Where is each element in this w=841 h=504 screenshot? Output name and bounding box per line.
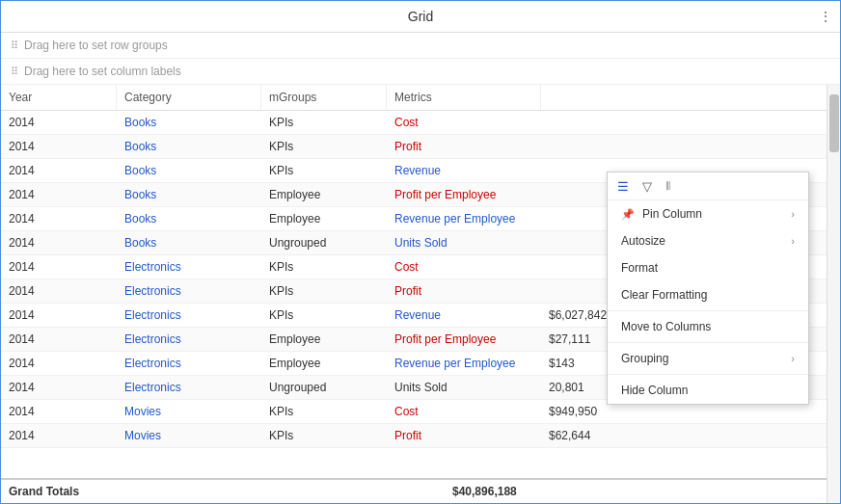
cell-category: Books: [117, 183, 261, 206]
drag-row-groups-label: Drag here to set row groups: [24, 39, 168, 52]
cell-year: 2014: [1, 231, 117, 254]
cell-mgroups: KPIs: [261, 111, 387, 134]
cell-year: 2014: [1, 135, 117, 158]
menu-clear-formatting[interactable]: Clear Formatting: [608, 281, 808, 308]
drag-row-icon: ⠿: [11, 40, 18, 52]
cell-year: 2014: [1, 400, 117, 423]
cell-category: Electronics: [117, 255, 261, 279]
menu-format[interactable]: Format: [608, 254, 808, 281]
grid-wrapper: Year Category mGroups Metrics 2014 Books…: [1, 85, 840, 503]
cell-year: 2014: [1, 207, 117, 230]
menu-pin-column-label: Pin Column: [642, 207, 702, 221]
grand-totals-label: Grand Totals: [9, 485, 452, 498]
drag-col-icon: ⠿: [11, 66, 18, 78]
cell-mgroups: KPIs: [261, 304, 387, 327]
app-container: Grid ⋮ ⠿ Drag here to set row groups ⠿ D…: [0, 0, 841, 504]
header-value: [541, 85, 840, 110]
scrollbar[interactable]: [827, 85, 840, 503]
menu-columns-icon[interactable]: ⦀: [665, 178, 670, 194]
menu-move-to-columns-label: Move to Columns: [621, 320, 711, 333]
cell-metrics: Revenue per Employee: [387, 207, 541, 230]
menu-grouping[interactable]: Grouping ›: [608, 345, 808, 372]
cell-category: Movies: [117, 400, 261, 423]
grouping-chevron: ›: [791, 353, 795, 364]
table-row: 2014 Books KPIs Cost: [1, 111, 840, 135]
cell-mgroups: Ungrouped: [261, 231, 387, 254]
pin-column-chevron: ›: [791, 208, 795, 220]
cell-year: 2014: [1, 111, 117, 134]
cell-year: 2014: [1, 255, 117, 279]
separator-3: [608, 374, 808, 375]
cell-metrics: Profit: [387, 279, 541, 303]
cell-category: Books: [117, 207, 261, 230]
cell-category: Books: [117, 231, 261, 254]
menu-pin-column[interactable]: 📌 Pin Column ›: [608, 200, 808, 227]
cell-metrics: Profit per Employee: [387, 183, 541, 206]
separator-1: [608, 310, 808, 311]
cell-metrics: Profit per Employee: [387, 328, 541, 351]
cell-year: 2014: [1, 183, 117, 206]
grand-totals-value: $40,896,188: [452, 485, 832, 498]
cell-year: 2014: [1, 424, 117, 447]
cell-category: Books: [117, 159, 261, 182]
cell-mgroups: KPIs: [261, 424, 387, 447]
drag-row-groups-bar[interactable]: ⠿ Drag here to set row groups: [1, 33, 840, 59]
header-year[interactable]: Year: [1, 85, 117, 110]
header-metrics[interactable]: Metrics: [387, 85, 541, 110]
cell-mgroups: Employee: [261, 207, 387, 230]
cell-mgroups: KPIs: [261, 279, 387, 303]
context-menu-toolbar: ☰ ▽ ⦀: [608, 172, 808, 200]
cell-mgroups: KPIs: [261, 255, 387, 279]
menu-autosize-label: Autosize: [621, 234, 665, 248]
context-menu: ☰ ▽ ⦀ 📌 Pin Column › Autosize › Forma: [607, 172, 809, 405]
menu-icon[interactable]: ⋮: [819, 9, 832, 24]
cell-mgroups: Employee: [261, 328, 387, 351]
cell-year: 2014: [1, 304, 117, 327]
table-row: 2014 Movies KPIs Profit $62,644: [1, 424, 840, 448]
cell-value: [541, 111, 840, 134]
cell-metrics: Cost: [387, 111, 541, 134]
cell-category: Electronics: [117, 328, 261, 351]
cell-metrics: Units Sold: [387, 376, 541, 399]
table-row: 2014 Books KPIs Profit: [1, 135, 840, 159]
cell-mgroups: KPIs: [261, 400, 387, 423]
drag-col-labels-label: Drag here to set column labels: [24, 65, 181, 78]
scrollbar-thumb[interactable]: [829, 94, 839, 152]
cell-year: 2014: [1, 279, 117, 303]
cell-value: [541, 135, 840, 158]
cell-metrics: Profit: [387, 424, 541, 447]
menu-grouping-label: Grouping: [621, 352, 668, 365]
cell-metrics: Cost: [387, 400, 541, 423]
menu-autosize[interactable]: Autosize ›: [608, 227, 808, 254]
cell-value: $62,644: [541, 424, 840, 447]
separator-2: [608, 342, 808, 343]
menu-hide-column[interactable]: Hide Column: [608, 377, 808, 404]
cell-metrics: Revenue per Employee: [387, 352, 541, 375]
menu-move-to-columns[interactable]: Move to Columns: [608, 313, 808, 340]
menu-funnel-icon[interactable]: ▽: [642, 179, 652, 194]
cell-metrics: Units Sold: [387, 231, 541, 254]
menu-hide-column-label: Hide Column: [621, 384, 688, 397]
cell-mgroups: KPIs: [261, 135, 387, 158]
cell-metrics: Revenue: [387, 159, 541, 182]
menu-filter-icon[interactable]: ☰: [617, 179, 629, 194]
grid-header: Year Category mGroups Metrics: [1, 85, 840, 111]
cell-metrics: Cost: [387, 255, 541, 279]
grid-title: Grid: [408, 9, 433, 24]
cell-category: Books: [117, 111, 261, 134]
title-bar: Grid ⋮: [1, 1, 840, 33]
cell-year: 2014: [1, 376, 117, 399]
pin-icon: 📌: [621, 208, 635, 221]
cell-mgroups: Employee: [261, 183, 387, 206]
header-category[interactable]: Category: [117, 85, 261, 110]
cell-category: Movies: [117, 424, 261, 447]
cell-metrics: Revenue: [387, 304, 541, 327]
drag-col-labels-bar[interactable]: ⠿ Drag here to set column labels: [1, 59, 840, 85]
cell-category: Electronics: [117, 304, 261, 327]
cell-metrics: Profit: [387, 135, 541, 158]
cell-mgroups: Employee: [261, 352, 387, 375]
header-mgroups[interactable]: mGroups: [261, 85, 387, 110]
cell-category: Books: [117, 135, 261, 158]
menu-format-label: Format: [621, 261, 658, 275]
cell-mgroups: Ungrouped: [261, 376, 387, 399]
